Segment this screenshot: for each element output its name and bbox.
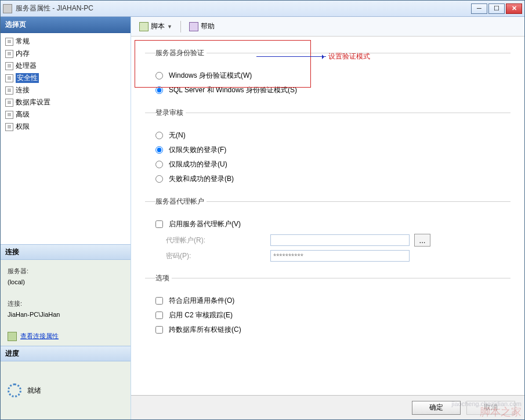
tree-item-database-settings[interactable]: 数据库设置: [2, 96, 129, 108]
proxy-browse-button[interactable]: ...: [414, 234, 430, 247]
page-icon: [5, 38, 13, 46]
audit-success-label: 仅限成功的登录(U): [169, 160, 227, 169]
proxy-account-label: 代理帐户(R):: [166, 236, 270, 245]
audit-failed-label: 仅限失败的登录(F): [169, 145, 226, 155]
auth-mixed-label: SQL Server 和 Windows 身份验证模式(S): [169, 85, 297, 95]
proxy-account-input[interactable]: [270, 234, 410, 246]
auth-mixed-radio[interactable]: [155, 86, 163, 94]
proxy-password-input[interactable]: [270, 250, 410, 262]
progress-panel: 就绪: [1, 361, 131, 419]
app-icon: [3, 4, 12, 13]
options-cross-checkbox[interactable]: [155, 326, 163, 334]
connection-header: 连接: [1, 244, 131, 260]
audit-both-label: 失败和成功的登录(B): [169, 174, 234, 184]
proxy-legend: 服务器代理帐户: [155, 197, 207, 207]
ok-button[interactable]: 确定: [412, 401, 461, 415]
connection-label: 连接:: [8, 298, 124, 309]
cancel-button[interactable]: 取消: [466, 401, 515, 415]
minimize-button[interactable]: ─: [471, 3, 487, 14]
connection-panel: 服务器: (local) 连接: JiaHan-PC\JiaHan 查看连接属性: [1, 260, 131, 346]
server-value: (local): [8, 277, 124, 288]
dropdown-arrow-icon: ▼: [167, 24, 172, 30]
progress-spinner-icon: [8, 383, 21, 397]
main-panel: 脚本 ▼ 帮助 设置验证模式 服务器身份验证 Windows 身份验证模式(W)…: [131, 17, 524, 419]
tree-item-permissions[interactable]: 权限: [2, 121, 129, 133]
proxy-enable-label: 启用服务器代理帐户(V): [169, 219, 241, 229]
dialog-footer: 确定 取消: [131, 395, 524, 419]
page-icon: [5, 86, 13, 95]
audit-none-label: 无(N): [169, 131, 186, 140]
page-icon: [5, 62, 13, 70]
audit-failed-radio[interactable]: [155, 146, 163, 154]
options-common-label: 符合启用通用条件(O): [169, 296, 234, 306]
page-tree: 常规 内存 处理器 安全性 连接 数据库设置 高级 权限: [1, 33, 131, 244]
connection-properties-icon: [8, 332, 17, 341]
options-c2-label: 启用 C2 审核跟踪(E): [169, 310, 233, 320]
script-button[interactable]: 脚本 ▼: [137, 20, 175, 32]
options-legend: 选项: [155, 273, 172, 283]
server-label: 服务器:: [8, 266, 124, 277]
audit-both-radio[interactable]: [155, 175, 163, 183]
toolbar-divider: [180, 21, 181, 32]
connection-value: JiaHan-PC\JiaHan: [8, 309, 124, 320]
tree-item-processors[interactable]: 处理器: [2, 60, 129, 72]
annotation-text: 设置验证模式: [328, 52, 370, 61]
close-button[interactable]: ✕: [506, 3, 522, 14]
auth-fieldset: 服务器身份验证 Windows 身份验证模式(W) SQL Server 和 W…: [145, 48, 510, 103]
script-icon: [139, 22, 149, 31]
titlebar[interactable]: 服务器属性 - JIAHAN-PC ─ ☐ ✕: [1, 1, 524, 17]
maximize-button[interactable]: ☐: [488, 3, 505, 14]
audit-success-radio[interactable]: [155, 161, 163, 168]
options-fieldset: 选项 符合启用通用条件(O) 启用 C2 审核跟踪(E) 跨数据库所有权链接(C…: [145, 273, 510, 343]
tree-item-security[interactable]: 安全性: [2, 72, 129, 84]
page-icon: [5, 50, 13, 58]
audit-legend: 登录审核: [155, 108, 186, 118]
tree-item-advanced[interactable]: 高级: [2, 108, 129, 121]
view-connection-properties-link[interactable]: 查看连接属性: [20, 332, 59, 339]
options-cross-label: 跨数据库所有权链接(C): [169, 325, 241, 335]
tree-item-general[interactable]: 常规: [2, 35, 129, 48]
select-page-header: 选择页: [1, 17, 131, 33]
proxy-enable-checkbox[interactable]: [155, 220, 163, 228]
annotation-arrow: [256, 56, 326, 57]
auth-legend: 服务器身份验证: [155, 48, 207, 58]
window-title: 服务器属性 - JIAHAN-PC: [16, 3, 471, 13]
content-area: 设置验证模式 服务器身份验证 Windows 身份验证模式(W) SQL Ser…: [131, 37, 524, 395]
options-c2-checkbox[interactable]: [155, 312, 163, 319]
page-icon: [5, 74, 13, 82]
audit-none-radio[interactable]: [155, 132, 163, 139]
page-icon: [5, 111, 13, 119]
page-icon: [5, 123, 13, 131]
auth-windows-radio[interactable]: [155, 72, 163, 79]
auth-windows-label: Windows 身份验证模式(W): [169, 71, 252, 81]
sidebar: 选择页 常规 内存 处理器 安全性 连接 数据库设置 高级 权限 连接 服务器:…: [1, 17, 131, 419]
toolbar: 脚本 ▼ 帮助: [131, 17, 524, 37]
tree-item-memory[interactable]: 内存: [2, 48, 129, 60]
progress-header: 进度: [1, 346, 131, 361]
progress-status: 就绪: [27, 386, 41, 396]
proxy-password-label: 密码(P):: [166, 251, 270, 261]
page-icon: [5, 99, 13, 107]
help-button[interactable]: 帮助: [187, 20, 217, 32]
dialog-window: 服务器属性 - JIAHAN-PC ─ ☐ ✕ 选择页 常规 内存 处理器 安全…: [0, 0, 525, 420]
options-common-checkbox[interactable]: [155, 297, 163, 305]
help-icon: [189, 22, 198, 31]
audit-fieldset: 登录审核 无(N) 仅限失败的登录(F) 仅限成功的登录(U) 失败和成功的登录…: [145, 108, 510, 192]
tree-item-connections[interactable]: 连接: [2, 84, 129, 96]
proxy-fieldset: 服务器代理帐户 启用服务器代理帐户(V) 代理帐户(R): ... 密码(P):: [145, 197, 510, 269]
